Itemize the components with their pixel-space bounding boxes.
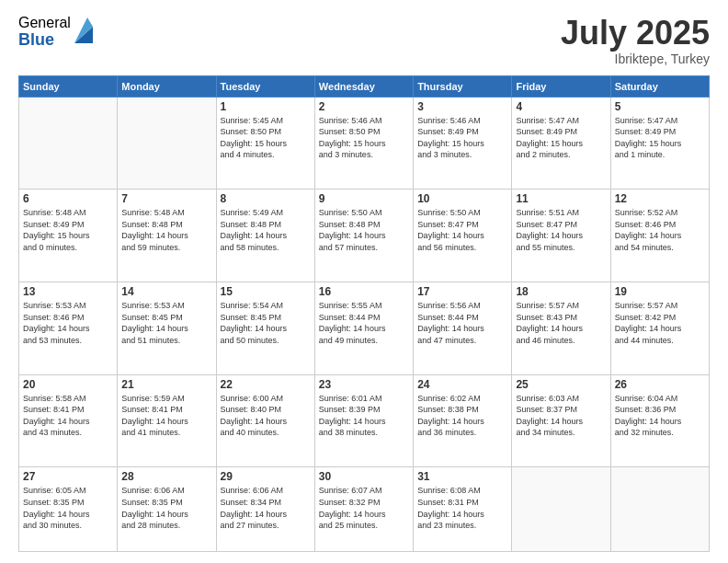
day-number: 13 (23, 285, 113, 298)
cell-info: Sunrise: 5:49 AM Sunset: 8:48 PM Dayligh… (221, 207, 311, 253)
calendar-cell: 12Sunrise: 5:52 AM Sunset: 8:46 PM Dayli… (610, 190, 709, 282)
calendar-cell: 23Sunrise: 6:01 AM Sunset: 8:39 PM Dayli… (314, 374, 413, 467)
calendar-cell: 9Sunrise: 5:50 AM Sunset: 8:48 PM Daylig… (314, 190, 413, 282)
cell-info: Sunrise: 5:48 AM Sunset: 8:48 PM Dayligh… (121, 207, 211, 253)
day-number: 14 (121, 285, 211, 298)
calendar-cell: 17Sunrise: 5:56 AM Sunset: 8:44 PM Dayli… (414, 282, 512, 375)
day-number: 31 (417, 470, 507, 483)
calendar-cell: 14Sunrise: 5:53 AM Sunset: 8:45 PM Dayli… (118, 282, 216, 375)
day-number: 11 (516, 192, 606, 205)
day-number: 1 (221, 100, 311, 113)
cell-info: Sunrise: 6:04 AM Sunset: 8:36 PM Dayligh… (615, 393, 705, 439)
calendar-cell: 25Sunrise: 6:03 AM Sunset: 8:37 PM Dayli… (512, 374, 610, 467)
cell-info: Sunrise: 5:47 AM Sunset: 8:49 PM Dayligh… (516, 115, 606, 161)
day-number: 3 (417, 100, 507, 113)
calendar-cell: 6Sunrise: 5:48 AM Sunset: 8:49 PM Daylig… (19, 190, 118, 282)
logo-text: General Blue (18, 15, 71, 49)
cell-info: Sunrise: 5:50 AM Sunset: 8:48 PM Dayligh… (319, 207, 409, 253)
day-number: 30 (319, 470, 409, 483)
cell-info: Sunrise: 5:56 AM Sunset: 8:44 PM Dayligh… (417, 300, 507, 346)
day-number: 8 (221, 192, 311, 205)
day-header-thursday: Thursday (414, 75, 512, 97)
calendar-cell: 30Sunrise: 6:07 AM Sunset: 8:32 PM Dayli… (314, 467, 413, 552)
cell-info: Sunrise: 5:55 AM Sunset: 8:44 PM Dayligh… (319, 300, 409, 346)
logo: General Blue (18, 15, 93, 49)
cell-info: Sunrise: 6:03 AM Sunset: 8:37 PM Dayligh… (516, 393, 606, 439)
calendar-cell: 26Sunrise: 6:04 AM Sunset: 8:36 PM Dayli… (610, 374, 709, 467)
logo-general: General (18, 15, 71, 31)
cell-info: Sunrise: 5:52 AM Sunset: 8:46 PM Dayligh… (615, 207, 705, 253)
calendar-cell: 31Sunrise: 6:08 AM Sunset: 8:31 PM Dayli… (414, 467, 512, 552)
day-number: 25 (516, 378, 606, 391)
cell-info: Sunrise: 6:05 AM Sunset: 8:35 PM Dayligh… (23, 485, 113, 531)
cell-info: Sunrise: 6:07 AM Sunset: 8:32 PM Dayligh… (319, 485, 409, 531)
day-number: 16 (319, 285, 409, 298)
calendar-cell: 7Sunrise: 5:48 AM Sunset: 8:48 PM Daylig… (118, 190, 216, 282)
calendar-header-row: SundayMondayTuesdayWednesdayThursdayFrid… (19, 75, 710, 97)
day-header-saturday: Saturday (610, 75, 709, 97)
day-number: 18 (516, 285, 606, 298)
cell-info: Sunrise: 5:57 AM Sunset: 8:43 PM Dayligh… (516, 300, 606, 346)
logo-icon (74, 17, 93, 43)
cell-info: Sunrise: 6:00 AM Sunset: 8:40 PM Dayligh… (221, 393, 311, 439)
day-number: 26 (615, 378, 705, 391)
calendar-cell: 10Sunrise: 5:50 AM Sunset: 8:47 PM Dayli… (414, 190, 512, 282)
day-number: 9 (319, 192, 409, 205)
week-row-1: 1Sunrise: 5:45 AM Sunset: 8:50 PM Daylig… (19, 97, 710, 190)
day-number: 6 (23, 192, 113, 205)
cell-info: Sunrise: 5:51 AM Sunset: 8:47 PM Dayligh… (516, 207, 606, 253)
calendar-cell: 21Sunrise: 5:59 AM Sunset: 8:41 PM Dayli… (118, 374, 216, 467)
day-number: 7 (121, 192, 211, 205)
cell-info: Sunrise: 5:48 AM Sunset: 8:49 PM Dayligh… (23, 207, 113, 253)
cell-info: Sunrise: 6:06 AM Sunset: 8:35 PM Dayligh… (121, 485, 211, 531)
calendar-cell: 22Sunrise: 6:00 AM Sunset: 8:40 PM Dayli… (216, 374, 314, 467)
day-header-tuesday: Tuesday (216, 75, 314, 97)
day-number: 10 (417, 192, 507, 205)
day-number: 23 (319, 378, 409, 391)
day-number: 5 (615, 100, 705, 113)
day-number: 22 (221, 378, 311, 391)
day-number: 29 (221, 470, 311, 483)
day-header-wednesday: Wednesday (314, 75, 413, 97)
calendar-table: SundayMondayTuesdayWednesdayThursdayFrid… (18, 75, 710, 552)
calendar-cell: 18Sunrise: 5:57 AM Sunset: 8:43 PM Dayli… (512, 282, 610, 375)
calendar-cell: 1Sunrise: 5:45 AM Sunset: 8:50 PM Daylig… (216, 97, 314, 190)
day-header-friday: Friday (512, 75, 610, 97)
week-row-4: 20Sunrise: 5:58 AM Sunset: 8:41 PM Dayli… (19, 374, 710, 467)
cell-info: Sunrise: 6:02 AM Sunset: 8:38 PM Dayligh… (417, 393, 507, 439)
calendar-cell: 4Sunrise: 5:47 AM Sunset: 8:49 PM Daylig… (512, 97, 610, 190)
cell-info: Sunrise: 5:54 AM Sunset: 8:45 PM Dayligh… (221, 300, 311, 346)
cell-info: Sunrise: 5:45 AM Sunset: 8:50 PM Dayligh… (221, 115, 311, 161)
cell-info: Sunrise: 5:46 AM Sunset: 8:49 PM Dayligh… (417, 115, 507, 161)
calendar-body: 1Sunrise: 5:45 AM Sunset: 8:50 PM Daylig… (19, 97, 710, 551)
calendar-cell (118, 97, 216, 190)
day-number: 21 (121, 378, 211, 391)
header: General Blue July 2025 Ibriktepe, Turkey (18, 15, 710, 66)
calendar-cell: 16Sunrise: 5:55 AM Sunset: 8:44 PM Dayli… (314, 282, 413, 375)
cell-info: Sunrise: 5:50 AM Sunset: 8:47 PM Dayligh… (417, 207, 507, 253)
cell-info: Sunrise: 5:53 AM Sunset: 8:45 PM Dayligh… (121, 300, 211, 346)
day-number: 28 (121, 470, 211, 483)
calendar-cell: 8Sunrise: 5:49 AM Sunset: 8:48 PM Daylig… (216, 190, 314, 282)
calendar-cell: 27Sunrise: 6:05 AM Sunset: 8:35 PM Dayli… (19, 467, 118, 552)
cell-info: Sunrise: 6:06 AM Sunset: 8:34 PM Dayligh… (221, 485, 311, 531)
calendar-cell: 20Sunrise: 5:58 AM Sunset: 8:41 PM Dayli… (19, 374, 118, 467)
calendar-cell: 29Sunrise: 6:06 AM Sunset: 8:34 PM Dayli… (216, 467, 314, 552)
day-number: 17 (417, 285, 507, 298)
day-number: 2 (319, 100, 409, 113)
day-header-sunday: Sunday (19, 75, 118, 97)
calendar-cell (19, 97, 118, 190)
cell-info: Sunrise: 6:01 AM Sunset: 8:39 PM Dayligh… (319, 393, 409, 439)
cell-info: Sunrise: 6:08 AM Sunset: 8:31 PM Dayligh… (417, 485, 507, 531)
month-title: July 2025 (561, 15, 710, 52)
day-number: 4 (516, 100, 606, 113)
cell-info: Sunrise: 5:53 AM Sunset: 8:46 PM Dayligh… (23, 300, 113, 346)
calendar-cell: 15Sunrise: 5:54 AM Sunset: 8:45 PM Dayli… (216, 282, 314, 375)
calendar-cell: 3Sunrise: 5:46 AM Sunset: 8:49 PM Daylig… (414, 97, 512, 190)
calendar-cell: 13Sunrise: 5:53 AM Sunset: 8:46 PM Dayli… (19, 282, 118, 375)
location-subtitle: Ibriktepe, Turkey (561, 52, 710, 66)
cell-info: Sunrise: 5:57 AM Sunset: 8:42 PM Dayligh… (615, 300, 705, 346)
cell-info: Sunrise: 5:46 AM Sunset: 8:50 PM Dayligh… (319, 115, 409, 161)
day-number: 27 (23, 470, 113, 483)
calendar-cell: 2Sunrise: 5:46 AM Sunset: 8:50 PM Daylig… (314, 97, 413, 190)
